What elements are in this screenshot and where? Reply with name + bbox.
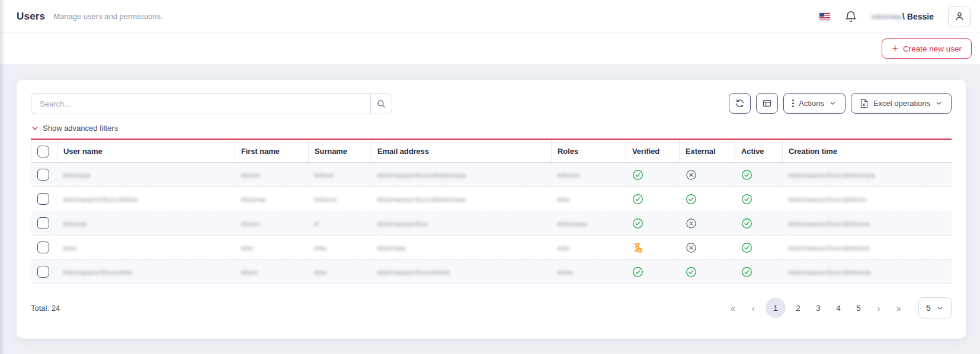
check-circle-icon xyxy=(632,169,643,181)
column-header: Creation time xyxy=(783,140,952,163)
redacted-text: mkenwaosrtluvcd xyxy=(315,244,326,251)
users-table: User nameFirst nameSurnameEmail addressR… xyxy=(31,140,952,284)
redacted-text: mkenwaosrtluvcdmkenwaosrtluvcd xyxy=(63,172,91,178)
cross-circle-icon xyxy=(686,242,697,253)
total-count: Total: 24 xyxy=(31,304,60,313)
redacted-text: mkenwaosrtluvcd xyxy=(241,269,258,275)
check-circle-icon xyxy=(632,194,643,205)
search-input[interactable] xyxy=(31,93,370,114)
row-checkbox[interactable] xyxy=(37,169,49,181)
excel-file-icon xyxy=(860,99,869,108)
redacted-text: mkenwaosrtluvcdmkenwaosrtluvcd xyxy=(872,13,902,20)
redacted-text: mkenwaosrtluvcdmkenwaosrtluvcdmkenwaosrt… xyxy=(789,196,867,202)
redacted-text: mkenwaosrtluvcd xyxy=(63,220,87,227)
redacted-text: mkenwaosrtluvcdmkenwaosrtluvcdmkenwaosrt… xyxy=(789,244,869,251)
content-area: Actions Excel operations Show advanced f… xyxy=(0,64,980,339)
redacted-text: mkenwaosrtluvcdmkenwaosrtluvcdmkenwaosrt… xyxy=(63,269,132,275)
row-checkbox[interactable] xyxy=(37,266,49,278)
refresh-icon xyxy=(735,98,745,108)
redacted-text: mkenwaosrtluvcd xyxy=(63,244,76,251)
show-advanced-filters-link[interactable]: Show advanced filters xyxy=(31,124,118,133)
external-status-cell xyxy=(680,187,735,211)
column-header: Surname xyxy=(309,140,371,163)
next-page-button[interactable]: › xyxy=(871,298,886,318)
page-number-5[interactable]: 5 xyxy=(851,298,866,318)
chevron-down-icon xyxy=(935,99,943,107)
check-circle-icon xyxy=(741,194,752,205)
check-circle-icon xyxy=(686,194,697,205)
column-header: External xyxy=(680,140,735,163)
cross-circle-icon xyxy=(686,169,697,181)
column-header: Email address xyxy=(371,140,552,163)
active-status-cell xyxy=(735,187,783,211)
redacted-text: mkenwaosrtluvcd xyxy=(315,172,334,178)
redacted-text: mkenwaosrtluvcd xyxy=(558,196,569,202)
table-header-row: User nameFirst nameSurnameEmail addressR… xyxy=(31,140,952,163)
cross-circle-icon xyxy=(686,218,697,229)
last-page-button[interactable]: » xyxy=(891,298,907,318)
columns-icon xyxy=(762,98,772,108)
redacted-text: mkenwaosrtluvcdmkenwaosrtluvcdmkenwaosrt… xyxy=(789,172,875,178)
page-number-2[interactable]: 2 xyxy=(790,298,806,318)
redacted-text: mkenwaosrtluvcd xyxy=(241,172,260,178)
redacted-text: mkenwaosrtluvcd xyxy=(315,269,326,275)
page-number-1[interactable]: 1 xyxy=(766,298,786,318)
user-menu-button[interactable] xyxy=(948,6,971,27)
current-user-label: mkenwaosrtluvcdmkenwaosrtluvcd \ Bessie xyxy=(872,12,934,21)
select-all-header-cell xyxy=(31,140,57,163)
page-action-bar: + Create new user xyxy=(0,33,980,64)
verified-status-cell xyxy=(626,187,680,211)
page-number-3[interactable]: 3 xyxy=(811,298,826,318)
column-header: First name xyxy=(235,140,309,163)
active-status-cell xyxy=(735,236,783,260)
row-checkbox[interactable] xyxy=(37,242,49,253)
refresh-button[interactable] xyxy=(729,93,751,114)
redacted-text: mkenwaosrtluvcdmkenwaosrtluvcd xyxy=(241,196,266,202)
check-circle-icon xyxy=(686,266,697,278)
pending-hourglass-icon xyxy=(632,242,643,253)
column-header: User name xyxy=(57,140,235,163)
external-status-cell xyxy=(680,260,735,284)
excel-operations-dropdown[interactable]: Excel operations xyxy=(851,93,952,114)
page-size-select[interactable]: 5 xyxy=(918,297,952,318)
redacted-text: mkenwaosrtluvcd xyxy=(558,244,569,251)
page-title: Users xyxy=(17,11,45,22)
table-row: mkenwaosrtluvcdmkenwaosrtluvcdmkenwaosrt… xyxy=(31,260,952,284)
redacted-text: mkenwaosrtluvcdmkenwaosrtluvcdmkenwaosrt… xyxy=(63,196,138,202)
first-page-button[interactable]: « xyxy=(725,298,741,318)
column-header: Roles xyxy=(552,140,626,163)
actions-dropdown[interactable]: Actions xyxy=(783,93,846,114)
search-button[interactable] xyxy=(370,93,392,114)
redacted-text: mkenwaosrtluvcdmkenwaosrtluvcd xyxy=(377,244,406,251)
previous-page-button[interactable]: ‹ xyxy=(745,298,761,318)
redacted-text: mkenwaosrtluvcdmkenwaosrtluvcdmkenwaosrt… xyxy=(377,220,428,227)
choose-columns-button[interactable] xyxy=(756,93,778,114)
table-toolbar: Actions Excel operations xyxy=(729,93,952,114)
table-footer: Total: 24 «‹12345›» 5 xyxy=(31,297,952,318)
language-flag-icon[interactable] xyxy=(819,13,830,20)
redacted-text: mkenwaosrtluvcdmkenwaosrtluvcdmkenwaosrt… xyxy=(789,269,872,275)
column-header: Verified xyxy=(626,140,680,163)
top-header-bar: Users Manage users and permissions. mken… xyxy=(0,0,980,33)
row-checkbox[interactable] xyxy=(37,217,49,229)
redacted-text: mkenwaosrtluvcd xyxy=(558,172,579,178)
column-header: Active xyxy=(735,140,783,163)
select-all-checkbox[interactable] xyxy=(37,146,49,157)
redacted-text: mkenwaosrtluvcd xyxy=(241,244,253,251)
notifications-bell-icon[interactable] xyxy=(844,10,857,23)
verified-status-cell xyxy=(626,260,680,284)
table-row: mkenwaosrtluvcdmkenwaosrtluvcdmkenwaosrt… xyxy=(31,187,952,211)
redacted-text: mkenwaosrtluvcd xyxy=(315,196,336,202)
active-status-cell xyxy=(735,260,783,284)
row-checkbox[interactable] xyxy=(37,193,49,205)
verified-status-cell xyxy=(626,236,680,260)
topbar-right: mkenwaosrtluvcdmkenwaosrtluvcd \ Bessie xyxy=(819,6,971,27)
page-number-4[interactable]: 4 xyxy=(831,298,846,318)
create-new-user-button[interactable]: + Create new user xyxy=(882,38,972,59)
verified-status-cell xyxy=(626,163,680,187)
table-controls-row: Actions Excel operations xyxy=(31,93,952,114)
verified-status-cell xyxy=(626,211,680,236)
table-row: mkenwaosrtluvcdmkenwaosrtluvcdmkenwaosrt… xyxy=(31,211,952,236)
check-circle-icon xyxy=(632,266,643,278)
redacted-text: mkenwaosrtluvcdmkenwaosrtluvcd xyxy=(558,220,587,227)
